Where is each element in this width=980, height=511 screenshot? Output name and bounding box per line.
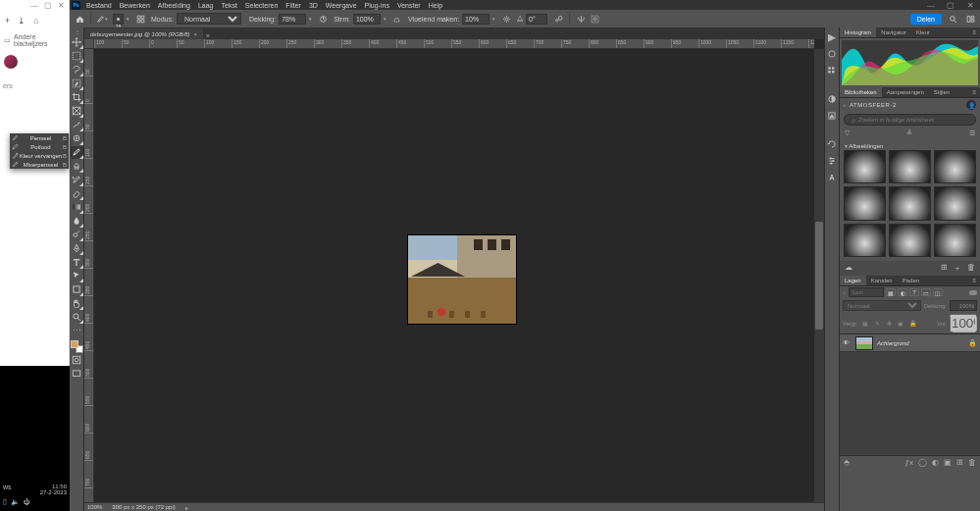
flyout-item-brush[interactable]: Penseel B — [10, 133, 69, 142]
sort-icon[interactable]: ≚ — [906, 129, 912, 137]
tab-overflow-icon[interactable]: » — [203, 32, 213, 39]
filter-adjust-icon[interactable]: ◐ — [898, 288, 907, 296]
opacity-input[interactable] — [279, 14, 306, 25]
panel-grip[interactable]: ⠿ — [76, 29, 78, 35]
adjustments-panel-icon[interactable] — [826, 92, 839, 105]
library-item[interactable] — [844, 224, 886, 257]
document-dimensions[interactable]: 300 px x 250 px (72 ppi) — [112, 504, 175, 510]
marquee-tool[interactable] — [71, 50, 83, 63]
panel-menu-icon[interactable]: ≡ — [968, 87, 980, 97]
layer-opacity-input[interactable] — [950, 300, 977, 311]
screen-mode-icon[interactable] — [71, 368, 83, 381]
add-element-icon[interactable]: ＋ — [954, 263, 961, 274]
group-icon[interactable]: ▣ — [944, 458, 952, 467]
menu-3d[interactable]: 3D — [305, 1, 322, 10]
library-share-icon[interactable]: 👤 — [966, 100, 976, 110]
shape-tool[interactable] — [71, 283, 83, 296]
delete-icon[interactable]: 🗑 — [967, 263, 975, 274]
eyedropper-tool[interactable] — [71, 119, 83, 131]
library-item[interactable] — [934, 224, 976, 257]
window-close-icon[interactable]: ✕ — [58, 1, 65, 10]
lock-pixels-icon[interactable]: ✎ — [873, 319, 882, 328]
document-image[interactable] — [408, 235, 516, 324]
menu-file[interactable]: Bestand — [82, 1, 116, 10]
filter-type-icon[interactable]: T — [909, 288, 919, 296]
menu-plugins[interactable]: Plug-ins — [361, 1, 393, 10]
adjustment-layer-icon[interactable]: ◐ — [932, 458, 939, 467]
menu-view[interactable]: Weergave — [322, 1, 361, 10]
cloud-sync-icon[interactable]: ☁ — [845, 263, 852, 274]
flow-input[interactable] — [353, 14, 381, 25]
filter-shape-icon[interactable]: ▭ — [921, 288, 931, 296]
window-min-icon[interactable]: — — [921, 1, 941, 10]
close-tab-icon[interactable]: × — [194, 31, 198, 37]
ruler-origin[interactable] — [84, 39, 94, 49]
download-icon[interactable]: ⤓ — [18, 16, 26, 26]
lock-all-icon[interactable]: 🔒 — [908, 319, 917, 328]
layer-filter-input[interactable] — [849, 287, 884, 297]
library-item[interactable] — [844, 150, 886, 183]
move-tool[interactable] — [71, 36, 83, 49]
library-search-input[interactable] — [844, 114, 976, 126]
window-max-icon[interactable]: ▢ — [941, 1, 960, 10]
tab-libraries[interactable]: Bibliotheken — [840, 87, 882, 97]
document-tab[interactable]: deburgemeester.jpg @ 100% (RGB/8) × — [84, 28, 203, 39]
color-panel-icon[interactable] — [826, 47, 839, 60]
filter-toggle[interactable] — [969, 290, 977, 295]
tab-adjustments[interactable]: Aanpassingen — [882, 87, 929, 97]
color-swatch[interactable] — [71, 340, 83, 353]
library-item[interactable] — [934, 150, 976, 183]
tab-channels[interactable]: Kanalen — [866, 276, 898, 285]
airbrush-icon[interactable] — [391, 13, 403, 25]
taskbar-wifi-icon[interactable]: ⏻ — [24, 498, 30, 506]
panel-menu-icon[interactable]: ≡ — [968, 276, 980, 285]
list-view-icon[interactable]: ☰ — [969, 129, 975, 137]
eraser-tool[interactable] — [71, 187, 83, 200]
collapse-arrow-icon[interactable]: ▸ — [826, 30, 839, 43]
lock-transparent-icon[interactable]: ▦ — [861, 319, 870, 328]
gradient-tool[interactable] — [71, 201, 83, 214]
type-tool[interactable] — [71, 256, 83, 269]
tool-preset-icon[interactable]: ▾ — [96, 13, 108, 25]
add-group-icon[interactable]: ⊞ — [941, 263, 948, 274]
history-brush-tool[interactable] — [71, 174, 83, 186]
menu-layer[interactable]: Laag — [194, 1, 218, 10]
frame-tool[interactable] — [71, 105, 83, 118]
quick-select-tool[interactable] — [71, 77, 83, 90]
share-button[interactable]: Delen — [910, 14, 942, 25]
hand-tool[interactable] — [71, 297, 83, 310]
zoom-level[interactable]: 100% — [87, 504, 102, 510]
angle-input[interactable] — [526, 14, 547, 25]
workspace-icon[interactable] — [963, 12, 977, 26]
menu-select[interactable]: Selecteren — [241, 1, 282, 10]
tab-layers[interactable]: Lagen — [840, 276, 866, 285]
menu-window[interactable]: Venster — [393, 1, 425, 10]
pen-tool[interactable] — [71, 242, 83, 255]
tab-styles[interactable]: Stijlen — [929, 87, 954, 97]
clone-tool[interactable] — [71, 160, 83, 173]
taskbar-battery-icon[interactable]: ▯ — [3, 498, 7, 506]
character-panel-icon[interactable] — [826, 171, 839, 183]
swatches-panel-icon[interactable] — [826, 64, 839, 77]
trash-icon[interactable]: 🗑 — [968, 458, 976, 467]
quick-mask-icon[interactable] — [71, 354, 83, 367]
search-icon[interactable] — [946, 12, 959, 26]
link-layers-icon[interactable]: ⬘ — [844, 458, 850, 467]
dodge-tool[interactable] — [71, 229, 83, 241]
canvas-viewport[interactable] — [94, 49, 814, 502]
blend-mode-select[interactable]: Normaal — [177, 13, 241, 25]
taskbar-volume-icon[interactable]: 🔈 — [11, 498, 20, 506]
library-name[interactable]: ATMOSFEER-2 — [850, 102, 897, 108]
tab-navigator[interactable]: Navigator — [876, 27, 911, 37]
window-minimize-icon[interactable]: — — [30, 1, 38, 10]
fx-icon[interactable]: ƒx — [905, 458, 913, 467]
flyout-item-pencil[interactable]: Potlood B — [10, 142, 69, 151]
back-icon[interactable]: ‹ — [844, 102, 846, 108]
menu-image[interactable]: Afbeelding — [154, 1, 194, 10]
path-select-tool[interactable] — [71, 270, 83, 282]
library-item[interactable] — [934, 186, 976, 220]
filter-icon[interactable]: ▽ — [845, 129, 850, 137]
smoothing-input[interactable] — [462, 14, 490, 25]
status-chevron-icon[interactable]: ▸ — [185, 504, 188, 511]
taskbar-clock[interactable]: 11:50 27-2-2023 — [40, 484, 67, 495]
